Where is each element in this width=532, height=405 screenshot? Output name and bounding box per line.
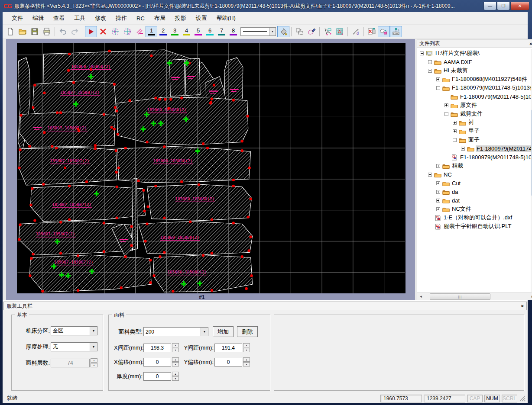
- y-gap-spinner[interactable]: ▲▼: [243, 343, 250, 352]
- x-gap-spinner[interactable]: ▲▼: [172, 343, 179, 352]
- redo-button[interactable]: [69, 26, 81, 37]
- tree-item-12[interactable]: F1-1800979(M2011748-5)10: [417, 153, 532, 161]
- tree-item-15[interactable]: Cut: [417, 179, 532, 187]
- collapse-icon[interactable]: [428, 69, 432, 73]
- collapse-icon[interactable]: [436, 86, 440, 90]
- menu-item-10[interactable]: 帮助(H): [212, 13, 240, 24]
- hscroll-right-arrow-icon[interactable]: ►: [529, 293, 532, 300]
- line-style-select[interactable]: ▼: [240, 27, 276, 36]
- file-list-close-icon[interactable]: ×: [528, 41, 532, 46]
- select-piece-button[interactable]: [321, 26, 334, 37]
- close-button[interactable]: ✕: [510, 2, 529, 10]
- dropdown-arrow-icon[interactable]: ▼: [269, 28, 276, 35]
- garment-toolbar-close-icon[interactable]: ×: [521, 303, 524, 309]
- pattern-piece-mid-right[interactable]: [117, 97, 248, 145]
- y-offset-input[interactable]: [214, 358, 242, 366]
- x-offset-spinner[interactable]: ▲▼: [172, 357, 179, 366]
- fabric-type-select[interactable]: 200 ▼: [143, 327, 208, 336]
- pen-4-button[interactable]: 4: [181, 26, 192, 37]
- hscroll-track[interactable]: |||: [425, 293, 529, 300]
- piece-to-fabric-button[interactable]: [378, 26, 390, 37]
- thickness-spinner[interactable]: ▲▼: [172, 372, 179, 381]
- tree-item-7[interactable]: 裁剪文件: [417, 109, 532, 118]
- machine-partition-select[interactable]: 全区 ▼: [51, 326, 97, 335]
- tree-item-11[interactable]: F1-1800979(M2011748: [417, 144, 532, 153]
- copy-annotation-button[interactable]: [133, 26, 146, 37]
- menu-item-4[interactable]: 修改: [90, 13, 111, 24]
- expand-icon[interactable]: [444, 103, 448, 107]
- collapse-icon[interactable]: [428, 173, 432, 177]
- delete-button[interactable]: 删除: [237, 326, 258, 337]
- menu-item-2[interactable]: 查看: [49, 13, 69, 24]
- tree-item-4[interactable]: F1-1800979(M2011748-5)1013件: [417, 84, 532, 92]
- resize-grip-icon[interactable]: [519, 395, 526, 402]
- print-button[interactable]: [41, 26, 53, 37]
- y-offset-spinner[interactable]: ▲▼: [243, 357, 250, 366]
- expand-icon[interactable]: [453, 129, 457, 133]
- expand-icon[interactable]: [461, 147, 465, 151]
- pattern-piece-band6-right[interactable]: [147, 184, 252, 221]
- menu-item-6[interactable]: RC: [132, 13, 149, 23]
- expand-icon[interactable]: [436, 181, 440, 185]
- pen-3-button[interactable]: 3: [169, 26, 181, 37]
- minimize-button[interactable]: —: [483, 2, 496, 10]
- tree-item-13[interactable]: 精裁: [417, 161, 532, 170]
- new-file-button[interactable]: [4, 26, 16, 37]
- hscroll-thumb[interactable]: |||: [430, 293, 490, 300]
- tree-item-6[interactable]: 原文件: [417, 101, 532, 109]
- measure-button[interactable]: d: [350, 26, 362, 37]
- thickness-handling-select[interactable]: 无 ▼: [51, 342, 97, 351]
- move-selection-button[interactable]: [109, 26, 121, 37]
- pen-1-button[interactable]: 1: [146, 26, 157, 37]
- pen-8-button[interactable]: 8: [227, 26, 239, 37]
- delete-x-button[interactable]: [97, 26, 109, 37]
- add-button[interactable]: 增加: [213, 326, 234, 337]
- pen-5-button[interactable]: 5: [192, 26, 204, 37]
- save-button[interactable]: [29, 26, 41, 37]
- x-gap-input[interactable]: [143, 344, 171, 352]
- fill-pattern-button[interactable]: [277, 26, 289, 37]
- edit-piece-button[interactable]: [305, 26, 318, 37]
- maximize-button[interactable]: ❐: [497, 2, 510, 10]
- pattern-piece-v-sliver[interactable]: [132, 178, 138, 250]
- y-gap-input[interactable]: [214, 344, 242, 352]
- collapse-icon[interactable]: [420, 51, 424, 55]
- tree-item-2[interactable]: HL未裁剪: [417, 66, 532, 75]
- tree-horizontal-scrollbar[interactable]: ◄ ||| ►: [417, 292, 532, 300]
- tree-item-20[interactable]: 服装十字针眼自动认识.PLT: [417, 222, 532, 231]
- pattern-piece-band5-left[interactable]: [19, 147, 117, 185]
- tree-item-5[interactable]: F1-1800979(M2011748-5)101: [417, 92, 532, 101]
- menu-item-0[interactable]: 文件: [7, 13, 28, 24]
- tree-item-18[interactable]: NC文件: [417, 205, 532, 213]
- expand-icon[interactable]: [428, 60, 432, 64]
- fabric-layers-spinner[interactable]: ▲▼: [91, 358, 97, 367]
- menu-item-8[interactable]: 投影: [170, 13, 191, 24]
- grid-text-button[interactable]: A: [334, 26, 346, 37]
- expand-icon[interactable]: [436, 77, 440, 81]
- tree-item-14[interactable]: NC: [417, 170, 532, 179]
- delete-layout-button[interactable]: [366, 26, 378, 37]
- expand-icon[interactable]: [436, 190, 440, 194]
- marker-canvas[interactable]: 185060-185060(2)185007-185007(2)185060-1…: [17, 43, 405, 293]
- expand-icon[interactable]: [453, 121, 457, 125]
- rotate-selection-button[interactable]: [121, 26, 133, 37]
- tree-item-9[interactable]: 里子: [417, 127, 532, 135]
- undo-button[interactable]: [57, 26, 69, 37]
- tree-item-17[interactable]: dat: [417, 196, 532, 205]
- hscroll-left-arrow-icon[interactable]: ◄: [417, 293, 425, 300]
- copy-region-button[interactable]: [293, 26, 305, 37]
- dropdown-arrow-icon[interactable]: ▼: [90, 343, 97, 351]
- thickness-input[interactable]: [143, 372, 171, 381]
- pattern-piece-band5-right[interactable]: [118, 146, 251, 183]
- tree-item-3[interactable]: F1-1800868(M4011927)548件: [417, 75, 532, 84]
- tree-item-16[interactable]: da: [417, 187, 532, 196]
- collapse-icon[interactable]: [453, 138, 457, 142]
- menu-item-1[interactable]: 编辑: [28, 13, 49, 24]
- menu-item-9[interactable]: 设置: [191, 13, 212, 24]
- collapse-icon[interactable]: [444, 112, 448, 116]
- pen-6-button[interactable]: 6: [204, 26, 216, 37]
- fabric-settings-button[interactable]: [390, 26, 402, 37]
- menu-item-7[interactable]: 布局: [149, 13, 170, 24]
- tree-item-19[interactable]: 1-E（对称的可以合并）.dxf: [417, 213, 532, 222]
- tree-item-1[interactable]: AAMA DXF: [417, 58, 532, 66]
